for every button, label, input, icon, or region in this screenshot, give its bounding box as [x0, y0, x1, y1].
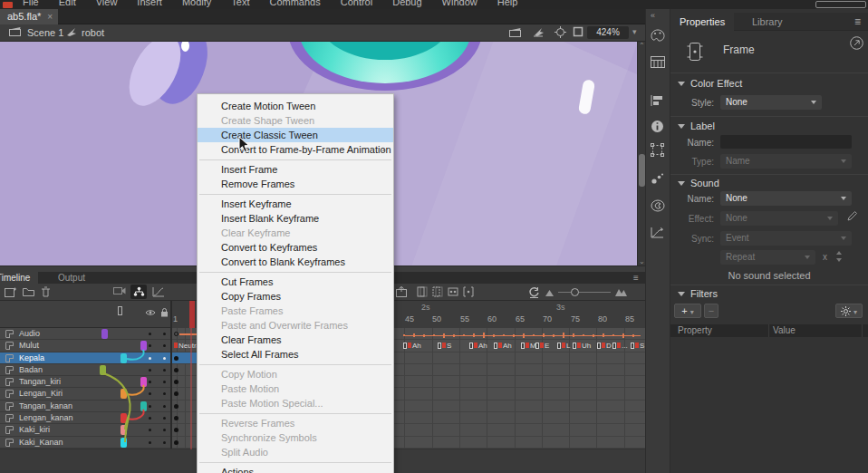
cc-libraries-panel-icon[interactable]	[651, 199, 665, 212]
new-folder-icon[interactable]	[23, 286, 34, 296]
layer-parent-swatch[interactable]	[121, 425, 127, 435]
document-tab[interactable]: ab5.fla*×	[0, 9, 58, 24]
search-input[interactable]	[815, 1, 866, 8]
circular-arrow-icon[interactable]	[850, 36, 863, 50]
context-menu-item-actions[interactable]: Actions	[198, 465, 393, 473]
layer-row-tangan-kanan[interactable]: Tangan_kanan	[0, 401, 170, 412]
menu-help[interactable]: Help	[487, 0, 528, 7]
menu-commands[interactable]: Commands	[259, 0, 330, 7]
layer-name[interactable]: Badan	[19, 364, 43, 376]
edit-symbols-icon[interactable]	[533, 26, 545, 37]
layer-parent-swatch[interactable]	[121, 389, 127, 399]
layer-row-kaki-kiri[interactable]: Kaki_kiri	[0, 424, 170, 436]
layer-lock-dot[interactable]	[163, 429, 166, 431]
context-menu-item-insert-keyframe[interactable]: Insert Keyframe	[198, 197, 393, 211]
edit-sound-pencil-icon[interactable]	[846, 210, 858, 222]
center-frame-icon[interactable]	[555, 26, 566, 38]
zoom-out-timeline-icon[interactable]	[545, 290, 554, 296]
menu-modify[interactable]: Modify	[172, 0, 221, 7]
tab-timeline[interactable]: Timeline	[0, 272, 38, 284]
layer-row-lengan-kanan[interactable]: Lengan_kanan	[0, 412, 170, 424]
layer-visibility-dot[interactable]	[149, 417, 151, 420]
panel-menu-icon[interactable]: ≡	[854, 15, 861, 28]
layer-row-badan[interactable]: Badan	[0, 364, 170, 376]
layer-visibility-dot[interactable]	[149, 392, 151, 395]
parenting-view-toggle[interactable]	[130, 285, 147, 299]
tab-output[interactable]: Output	[50, 272, 93, 284]
timeline-zoom-slider-track[interactable]	[558, 292, 611, 293]
camera-icon[interactable]	[113, 286, 126, 295]
layer-name[interactable]: Lengan_Kiri	[19, 388, 63, 400]
clip-content-icon[interactable]	[573, 26, 583, 37]
new-layer-icon[interactable]	[5, 286, 16, 297]
layer-row-kepala[interactable]: Kepala	[0, 352, 170, 364]
menu-window[interactable]: Window	[432, 0, 487, 7]
transform-panel-icon[interactable]	[651, 143, 664, 157]
layer-name[interactable]: Mulut	[19, 340, 39, 352]
layer-visibility-dot[interactable]	[149, 429, 151, 431]
brush-library-panel-icon[interactable]	[651, 172, 664, 185]
context-menu-item-insert-blank-keyframe[interactable]: Insert Blank Keyframe	[198, 211, 393, 226]
scroll-down-icon[interactable]: ⌄	[639, 257, 645, 265]
context-menu-item-convert-to-blank-keyframes[interactable]: Convert to Blank Keyframes	[198, 255, 393, 269]
stage-vertical-scrollbar[interactable]: ⌃ ⌄	[637, 42, 645, 265]
style-dropdown[interactable]: None	[720, 95, 822, 110]
zoom-level[interactable]: 424%	[587, 26, 629, 39]
layer-visibility-dot[interactable]	[149, 441, 151, 444]
context-menu-item-clear-frames[interactable]: Clear Frames	[198, 333, 393, 347]
layer-lock-dot[interactable]	[163, 357, 166, 360]
menu-control[interactable]: Control	[331, 0, 382, 7]
layer-visibility-dot[interactable]	[149, 333, 151, 335]
context-menu-item-copy-frames[interactable]: Copy Frames	[198, 289, 393, 304]
menu-text[interactable]: Text	[221, 0, 259, 7]
layer-name[interactable]: Lengan_kanan	[19, 412, 73, 424]
layer-name[interactable]: Tangan_kanan	[19, 401, 72, 412]
layer-parent-swatch[interactable]	[121, 353, 127, 363]
context-menu-item-cut-frames[interactable]: Cut Frames	[198, 275, 393, 289]
layer-lock-dot[interactable]	[163, 441, 166, 444]
layer-lock-dot[interactable]	[163, 344, 166, 347]
export-frame-icon[interactable]	[396, 286, 409, 297]
scrollbar-thumb[interactable]	[639, 154, 645, 187]
layer-row-lengan-kiri[interactable]: Lengan_Kiri	[0, 388, 170, 400]
layer-row-tangan-kiri[interactable]: Tangan_kiri	[0, 376, 170, 388]
breadcrumb-scene[interactable]: Scene 1	[27, 27, 63, 38]
layer-parent-swatch[interactable]	[100, 365, 106, 375]
layer-parent-swatch[interactable]	[140, 341, 147, 351]
section-label[interactable]: Label	[678, 121, 715, 131]
layer-visibility-dot[interactable]	[149, 405, 151, 408]
layer-visibility-dot[interactable]	[149, 369, 151, 372]
menu-edit[interactable]: Edit	[49, 0, 86, 7]
sound-name-dropdown[interactable]: None	[720, 191, 852, 206]
layer-name[interactable]: Kaki_kiri	[19, 424, 50, 436]
context-menu-item-insert-frame[interactable]: Insert Frame	[198, 162, 393, 177]
layer-name[interactable]: Audio	[19, 328, 40, 340]
context-menu-item-create-classic-tween[interactable]: Create Classic Tween	[198, 128, 393, 142]
menu-debug[interactable]: Debug	[382, 0, 431, 7]
layer-lock-dot[interactable]	[163, 405, 166, 408]
layer-row-kaki-kanan[interactable]: Kaki_Kanan	[0, 437, 170, 449]
history-panel-icon[interactable]	[651, 227, 664, 238]
graph-editor-icon[interactable]	[152, 286, 165, 297]
range-marker-icon[interactable]	[118, 306, 122, 315]
section-filters[interactable]: Filters	[678, 288, 718, 299]
add-filter-button[interactable]: + ▾	[674, 304, 701, 318]
swatches-panel-icon[interactable]	[651, 56, 665, 68]
layer-row-mulut[interactable]: Mulut	[0, 340, 170, 352]
onion-skin-outline-icon[interactable]	[432, 286, 443, 297]
layer-name[interactable]: Kepala	[19, 352, 44, 364]
layer-parent-swatch[interactable]	[121, 413, 127, 423]
layer-row-audio[interactable]: Audio	[0, 328, 170, 340]
modify-markers-icon[interactable]	[463, 286, 474, 297]
breadcrumb-symbol[interactable]: robot	[82, 27, 104, 38]
collapse-panels-icon[interactable]: «	[651, 11, 655, 20]
timeline-zoom-slider-knob[interactable]	[571, 288, 579, 296]
label-name-input[interactable]	[720, 135, 852, 149]
context-menu-item-create-motion-tween[interactable]: Create Motion Tween	[198, 99, 393, 113]
align-panel-icon[interactable]	[651, 94, 664, 107]
context-menu-item-remove-frames[interactable]: Remove Frames	[198, 177, 393, 191]
layer-visibility-dot[interactable]	[149, 357, 151, 360]
context-menu-item-convert-to-frame-by-frame-animation[interactable]: Convert to Frame-by-Frame Animation›	[198, 142, 393, 157]
layer-visibility-dot[interactable]	[149, 344, 151, 347]
layer-lock-dot[interactable]	[163, 417, 166, 420]
